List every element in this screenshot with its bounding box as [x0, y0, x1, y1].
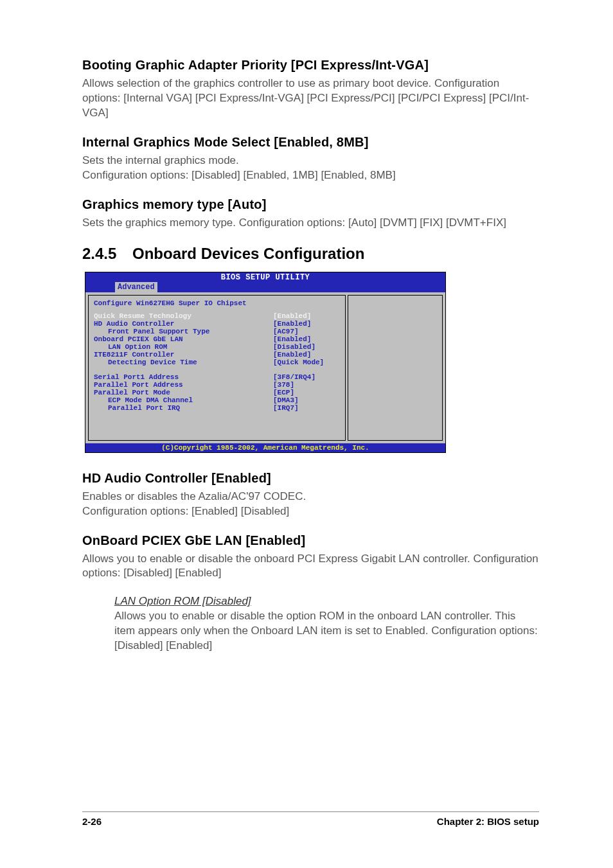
bios-setting-value: [Quick Mode]	[273, 359, 340, 366]
section-heading-onboard-devices: 2.4.5Onboard Devices Configuration	[82, 245, 539, 263]
bios-setting-value: [Enabled]	[273, 351, 340, 359]
bios-setting-value: [Enabled]	[273, 335, 340, 343]
bios-setting-label: ECP Mode DMA Channel	[94, 396, 273, 404]
bios-setting-value: [IRQ7]	[273, 404, 340, 412]
bios-setting-value: [378]	[273, 381, 340, 389]
bios-setup-utility: BIOS SETUP UTILITY Advanced Configure Wi…	[85, 272, 446, 453]
bios-setting-label: Quick Resume Technology	[94, 312, 273, 320]
bios-title-bar: BIOS SETUP UTILITY	[85, 272, 445, 282]
bios-setting-row[interactable]: LAN Option ROM[Disabled]	[94, 343, 340, 351]
sub-item-body-lan-option-rom: Allows you to enable or disable the opti…	[114, 609, 539, 653]
page-footer: 2-26 Chapter 2: BIOS setup	[82, 811, 539, 827]
bios-setting-value: [ECP]	[273, 389, 340, 396]
chapter-label: Chapter 2: BIOS setup	[437, 816, 539, 827]
sub-item-title-lan-option-rom: LAN Option ROM [Disabled]	[114, 595, 539, 608]
bios-setting-label: Parallel Port Mode	[94, 389, 273, 396]
bios-setting-row[interactable]: Quick Resume Technology[Enabled]	[94, 312, 340, 320]
bios-footer: (C)Copyright 1985-2002, American Megatre…	[85, 443, 445, 452]
bios-setting-label: ITE8211F Controller	[94, 351, 273, 359]
section-heading-boot-adapter: Booting Graphic Adapter Priority [PCI Ex…	[82, 58, 539, 73]
section-heading-graphics-memory: Graphics memory type [Auto]	[82, 197, 539, 212]
bios-tab-advanced[interactable]: Advanced	[115, 282, 157, 292]
bios-pane-heading: Configure Win627EHG Super IO Chipset	[94, 299, 340, 307]
bios-setting-value: [Enabled]	[273, 320, 340, 328]
section-body-hd-audio: Enables or disables the Azalia/AC'97 COD…	[82, 490, 539, 519]
section-body-internal-graphics: Sets the internal graphics mode. Configu…	[82, 154, 539, 183]
section-heading-hd-audio: HD Audio Controller [Enabled]	[82, 471, 539, 486]
bios-setting-label: Parallel Port IRQ	[94, 404, 273, 412]
bios-setting-value: [AC97]	[273, 328, 340, 335]
bios-setting-label: LAN Option ROM	[94, 343, 273, 351]
bios-setting-label: Onboard PCIEX GbE LAN	[94, 335, 273, 343]
bios-setting-label: Detecting Device Time	[94, 359, 273, 366]
bios-setting-row[interactable]: Onboard PCIEX GbE LAN[Enabled]	[94, 335, 340, 343]
section-heading-internal-graphics: Internal Graphics Mode Select [Enabled, …	[82, 135, 539, 150]
bios-setting-row[interactable]: Parallel Port Address[378]	[94, 381, 340, 389]
bios-setting-value: [3F8/IRQ4]	[273, 373, 340, 381]
section-body-boot-adapter: Allows selection of the graphics control…	[82, 76, 539, 121]
page-number: 2-26	[82, 816, 102, 827]
bios-setting-label: Serial Port1 Address	[94, 373, 273, 381]
section-number: 2.4.5	[82, 245, 132, 263]
section-body-onboard-pciex: Allows you to enable or disable the onbo…	[82, 552, 539, 581]
section-body-graphics-memory: Sets the graphics memory type. Configura…	[82, 216, 539, 231]
bios-setting-row[interactable]: Detecting Device Time[Quick Mode]	[94, 359, 340, 366]
bios-setting-label: Parallel Port Address	[94, 381, 273, 389]
section-heading-onboard-pciex: OnBoard PCIEX GbE LAN [Enabled]	[82, 533, 539, 548]
bios-setting-value: [DMA3]	[273, 396, 340, 404]
bios-setting-row[interactable]: Serial Port1 Address[3F8/IRQ4]	[94, 373, 340, 381]
bios-setting-row[interactable]: ITE8211F Controller[Enabled]	[94, 351, 340, 359]
bios-setting-row[interactable]: ECP Mode DMA Channel[DMA3]	[94, 396, 340, 404]
bios-setting-label: HD Audio Controller	[94, 320, 273, 328]
bios-setting-row[interactable]: Front Panel Support Type[AC97]	[94, 328, 340, 335]
section-title: Onboard Devices Configuration	[132, 245, 364, 262]
bios-setting-label: Front Panel Support Type	[94, 328, 273, 335]
bios-setting-value: [Enabled]	[273, 312, 340, 320]
bios-left-pane: Configure Win627EHG Super IO Chipset Qui…	[88, 295, 346, 441]
bios-right-pane	[348, 295, 443, 441]
bios-setting-row[interactable]: Parallel Port IRQ[IRQ7]	[94, 404, 340, 412]
bios-setting-row[interactable]: HD Audio Controller[Enabled]	[94, 320, 340, 328]
bios-setting-row[interactable]: Parallel Port Mode[ECP]	[94, 389, 340, 396]
bios-setting-value: [Disabled]	[273, 343, 340, 351]
bios-tab-row: Advanced	[85, 282, 445, 292]
